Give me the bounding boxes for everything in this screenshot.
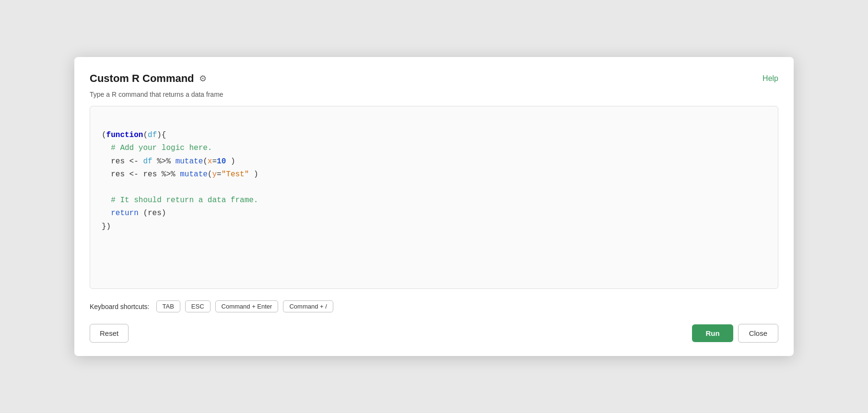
modal-header: Custom R Command ⚙ Help [90,72,778,85]
modal-footer: Reset Run Close [90,324,778,343]
modal-subtitle: Type a R command that returns a data fra… [90,91,778,98]
shortcut-command-slash: Command + / [283,300,333,312]
modal-title-row: Custom R Command ⚙ [90,72,207,85]
close-button[interactable]: Close [738,324,778,343]
footer-right: Run Close [692,324,778,343]
code-block: (function(df){ # Add your logic here. re… [102,116,766,246]
code-editor-container[interactable]: (function(df){ # Add your logic here. re… [90,106,778,289]
shortcuts-row: Keyboard shortcuts: TAB ESC Command + En… [90,300,778,312]
custom-r-command-modal: Custom R Command ⚙ Help Type a R command… [74,57,794,356]
reset-button[interactable]: Reset [90,324,129,343]
run-button[interactable]: Run [692,324,733,342]
shortcut-tab: TAB [156,300,180,312]
shortcuts-label: Keyboard shortcuts: [90,303,150,310]
modal-overlay: Custom R Command ⚙ Help Type a R command… [74,57,794,356]
shortcut-command-enter: Command + Enter [215,300,279,312]
help-link[interactable]: Help [762,74,778,83]
shortcut-esc: ESC [185,300,211,312]
code-editor-scroll[interactable]: (function(df){ # Add your logic here. re… [90,106,778,288]
modal-title: Custom R Command [90,72,194,85]
gear-icon[interactable]: ⚙ [199,73,207,84]
